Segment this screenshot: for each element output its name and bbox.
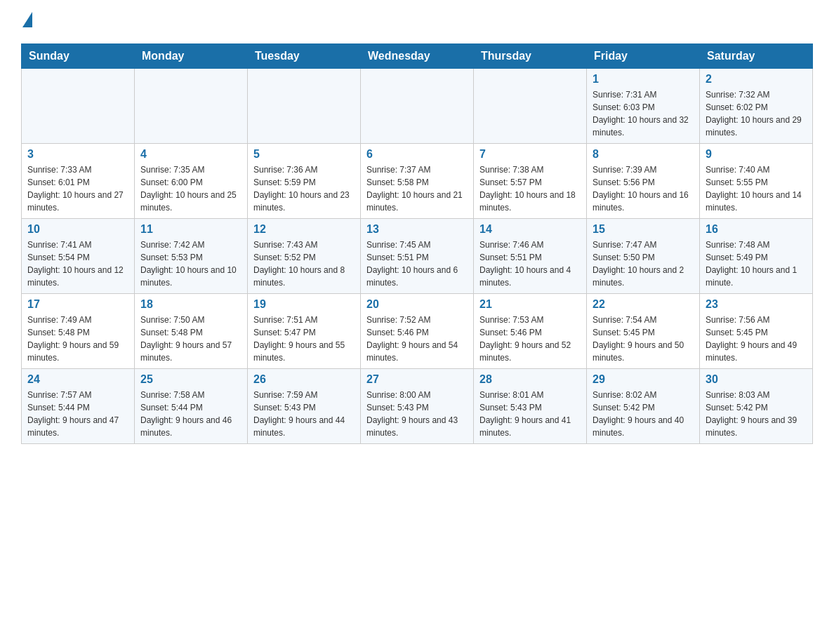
calendar-cell: 15Sunrise: 7:47 AM Sunset: 5:50 PM Dayli… [587,219,700,294]
calendar-cell: 5Sunrise: 7:36 AM Sunset: 5:59 PM Daylig… [248,144,361,219]
calendar-cell: 20Sunrise: 7:52 AM Sunset: 5:46 PM Dayli… [361,294,474,369]
calendar-cell: 12Sunrise: 7:43 AM Sunset: 5:52 PM Dayli… [248,219,361,294]
day-number: 13 [366,223,468,236]
day-number: 14 [479,223,581,236]
day-number: 27 [366,373,468,386]
calendar-cell: 6Sunrise: 7:37 AM Sunset: 5:58 PM Daylig… [361,144,474,219]
calendar-cell: 25Sunrise: 7:58 AM Sunset: 5:44 PM Dayli… [135,369,248,444]
day-info: Sunrise: 8:03 AM Sunset: 5:42 PM Dayligh… [706,389,807,439]
calendar-cell [361,69,474,144]
calendar-cell: 11Sunrise: 7:42 AM Sunset: 5:53 PM Dayli… [135,219,248,294]
day-number: 11 [140,223,241,236]
calendar-cell: 26Sunrise: 7:59 AM Sunset: 5:43 PM Dayli… [248,369,361,444]
page-header [21,14,813,29]
calendar-cell: 24Sunrise: 7:57 AM Sunset: 5:44 PM Dayli… [22,369,135,444]
day-number: 19 [253,298,355,311]
day-number: 2 [706,73,807,86]
day-number: 7 [479,148,581,161]
day-info: Sunrise: 7:32 AM Sunset: 6:02 PM Dayligh… [706,88,807,139]
day-info: Sunrise: 7:38 AM Sunset: 5:57 PM Dayligh… [479,163,581,214]
calendar-week-row: 17Sunrise: 7:49 AM Sunset: 5:48 PM Dayli… [22,294,813,369]
day-of-week-header: Friday [587,44,700,69]
day-info: Sunrise: 7:53 AM Sunset: 5:46 PM Dayligh… [479,314,581,364]
day-of-week-header: Sunday [22,44,135,69]
calendar-cell: 16Sunrise: 7:48 AM Sunset: 5:49 PM Dayli… [700,219,813,294]
day-info: Sunrise: 7:40 AM Sunset: 5:55 PM Dayligh… [706,163,807,214]
day-info: Sunrise: 7:54 AM Sunset: 5:45 PM Dayligh… [593,314,694,364]
calendar-cell [135,69,248,144]
day-info: Sunrise: 7:37 AM Sunset: 5:58 PM Dayligh… [366,163,468,214]
day-number: 29 [593,373,694,386]
calendar-cell [474,69,587,144]
day-number: 26 [253,373,355,386]
calendar-cell: 14Sunrise: 7:46 AM Sunset: 5:51 PM Dayli… [474,219,587,294]
calendar-cell [248,69,361,144]
calendar-cell: 9Sunrise: 7:40 AM Sunset: 5:55 PM Daylig… [700,144,813,219]
day-info: Sunrise: 8:00 AM Sunset: 5:43 PM Dayligh… [366,389,468,439]
day-number: 8 [593,148,694,161]
day-info: Sunrise: 7:48 AM Sunset: 5:49 PM Dayligh… [706,239,807,289]
day-info: Sunrise: 7:50 AM Sunset: 5:48 PM Dayligh… [140,314,241,364]
day-number: 21 [479,298,581,311]
calendar-cell: 7Sunrise: 7:38 AM Sunset: 5:57 PM Daylig… [474,144,587,219]
day-number: 12 [253,223,355,236]
day-number: 15 [593,223,694,236]
calendar-cell: 4Sunrise: 7:35 AM Sunset: 6:00 PM Daylig… [135,144,248,219]
day-info: Sunrise: 7:45 AM Sunset: 5:51 PM Dayligh… [366,239,468,289]
day-info: Sunrise: 7:52 AM Sunset: 5:46 PM Dayligh… [366,314,468,364]
calendar-header-row: SundayMondayTuesdayWednesdayThursdayFrid… [22,44,813,69]
calendar-cell: 19Sunrise: 7:51 AM Sunset: 5:47 PM Dayli… [248,294,361,369]
calendar-cell: 17Sunrise: 7:49 AM Sunset: 5:48 PM Dayli… [22,294,135,369]
day-info: Sunrise: 7:36 AM Sunset: 5:59 PM Dayligh… [253,163,355,214]
day-info: Sunrise: 7:41 AM Sunset: 5:54 PM Dayligh… [27,239,128,289]
calendar-cell: 28Sunrise: 8:01 AM Sunset: 5:43 PM Dayli… [474,369,587,444]
calendar-week-row: 1Sunrise: 7:31 AM Sunset: 6:03 PM Daylig… [22,69,813,144]
calendar-week-row: 3Sunrise: 7:33 AM Sunset: 6:01 PM Daylig… [22,144,813,219]
calendar-cell: 18Sunrise: 7:50 AM Sunset: 5:48 PM Dayli… [135,294,248,369]
day-info: Sunrise: 7:58 AM Sunset: 5:44 PM Dayligh… [140,389,241,439]
calendar-cell: 30Sunrise: 8:03 AM Sunset: 5:42 PM Dayli… [700,369,813,444]
day-info: Sunrise: 7:42 AM Sunset: 5:53 PM Dayligh… [140,239,241,289]
calendar-cell: 23Sunrise: 7:56 AM Sunset: 5:45 PM Dayli… [700,294,813,369]
day-number: 24 [27,373,128,386]
day-number: 4 [140,148,241,161]
day-number: 16 [706,223,807,236]
logo [21,14,32,29]
calendar-week-row: 10Sunrise: 7:41 AM Sunset: 5:54 PM Dayli… [22,219,813,294]
day-number: 18 [140,298,241,311]
day-number: 3 [27,148,128,161]
logo-triangle-icon [22,12,32,27]
day-number: 23 [706,298,807,311]
day-number: 20 [366,298,468,311]
day-number: 6 [366,148,468,161]
day-info: Sunrise: 7:31 AM Sunset: 6:03 PM Dayligh… [593,88,694,139]
day-number: 25 [140,373,241,386]
day-number: 28 [479,373,581,386]
day-of-week-header: Wednesday [361,44,474,69]
calendar-cell: 21Sunrise: 7:53 AM Sunset: 5:46 PM Dayli… [474,294,587,369]
calendar-cell: 1Sunrise: 7:31 AM Sunset: 6:03 PM Daylig… [587,69,700,144]
day-number: 5 [253,148,355,161]
calendar-table: SundayMondayTuesdayWednesdayThursdayFrid… [21,43,813,444]
calendar-cell: 27Sunrise: 8:00 AM Sunset: 5:43 PM Dayli… [361,369,474,444]
day-number: 9 [706,148,807,161]
day-info: Sunrise: 7:47 AM Sunset: 5:50 PM Dayligh… [593,239,694,289]
day-number: 30 [706,373,807,386]
day-info: Sunrise: 7:39 AM Sunset: 5:56 PM Dayligh… [593,163,694,214]
day-info: Sunrise: 8:02 AM Sunset: 5:42 PM Dayligh… [593,389,694,439]
day-of-week-header: Tuesday [248,44,361,69]
day-info: Sunrise: 7:46 AM Sunset: 5:51 PM Dayligh… [479,239,581,289]
day-info: Sunrise: 7:33 AM Sunset: 6:01 PM Dayligh… [27,163,128,214]
day-info: Sunrise: 8:01 AM Sunset: 5:43 PM Dayligh… [479,389,581,439]
day-number: 10 [27,223,128,236]
calendar-cell: 10Sunrise: 7:41 AM Sunset: 5:54 PM Dayli… [22,219,135,294]
day-info: Sunrise: 7:59 AM Sunset: 5:43 PM Dayligh… [253,389,355,439]
calendar-cell: 3Sunrise: 7:33 AM Sunset: 6:01 PM Daylig… [22,144,135,219]
day-of-week-header: Thursday [474,44,587,69]
day-of-week-header: Monday [135,44,248,69]
calendar-cell: 2Sunrise: 7:32 AM Sunset: 6:02 PM Daylig… [700,69,813,144]
day-info: Sunrise: 7:56 AM Sunset: 5:45 PM Dayligh… [706,314,807,364]
calendar-week-row: 24Sunrise: 7:57 AM Sunset: 5:44 PM Dayli… [22,369,813,444]
day-of-week-header: Saturday [700,44,813,69]
day-info: Sunrise: 7:57 AM Sunset: 5:44 PM Dayligh… [27,389,128,439]
